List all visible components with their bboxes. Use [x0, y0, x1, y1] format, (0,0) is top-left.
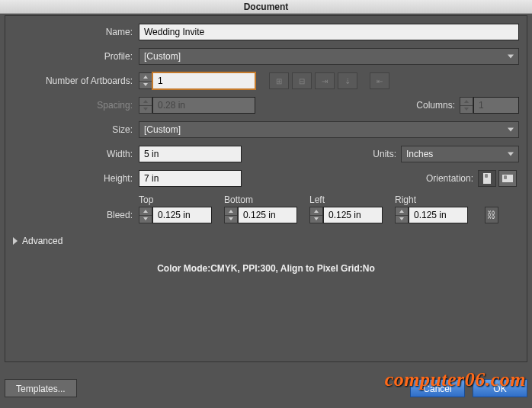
arrange-right-icon[interactable]: ⇥ — [315, 72, 335, 89]
columns-stepper — [460, 97, 473, 114]
landscape-icon — [502, 175, 513, 182]
profile-value: [Custom] — [144, 51, 181, 62]
titlebar: Document — [0, 0, 532, 14]
bleed-left-stepper[interactable] — [309, 207, 323, 223]
button-bar: Templates... Cancel OK — [5, 379, 527, 397]
bleed-left-label: Left — [309, 194, 383, 205]
profile-label: Profile: — [13, 51, 139, 62]
templates-button[interactable]: Templates... — [5, 379, 77, 397]
bleed-right-input[interactable] — [409, 207, 468, 223]
bleed-bottom-input[interactable] — [238, 207, 297, 223]
bleed-top-stepper[interactable] — [139, 207, 152, 223]
grid-by-row-icon[interactable]: ⊞ — [269, 72, 289, 89]
orientation-landscape-button[interactable] — [498, 170, 517, 187]
bleed-top-input[interactable] — [152, 207, 212, 223]
bleed-link-icon[interactable]: ⛓ — [485, 207, 498, 223]
profile-dropdown[interactable]: [Custom] — [139, 48, 519, 65]
cancel-button[interactable]: Cancel — [410, 379, 465, 397]
columns-label: Columns: — [416, 100, 455, 111]
advanced-toggle[interactable]: Advanced — [13, 236, 519, 246]
artboards-input[interactable] — [152, 72, 255, 89]
arrange-down-icon[interactable]: ⇣ — [338, 72, 357, 89]
size-value: [Custom] — [144, 124, 181, 135]
advanced-label: Advanced — [22, 236, 62, 246]
orientation-label: Orientation: — [426, 173, 473, 184]
ok-button[interactable]: OK — [473, 379, 527, 397]
new-document-dialog: Document Name: Profile: [Custom] Number … — [0, 0, 532, 408]
width-label: Width: — [13, 149, 139, 159]
name-input[interactable] — [139, 24, 519, 40]
grid-by-col-icon[interactable]: ⊟ — [292, 72, 312, 89]
orientation-portrait-button[interactable] — [478, 170, 496, 187]
spacing-label: Spacing: — [13, 100, 139, 111]
portrait-icon — [483, 173, 491, 184]
columns-input — [473, 97, 519, 114]
bleed-top-label: Top — [139, 194, 212, 205]
size-dropdown[interactable]: [Custom] — [139, 121, 519, 138]
units-value: Inches — [406, 149, 433, 159]
summary-text: Color Mode:CMYK, PPI:300, Align to Pixel… — [13, 263, 519, 274]
height-input[interactable] — [139, 170, 242, 187]
artboards-label: Number of Artboards: — [13, 75, 139, 86]
bleed-bottom-label: Bottom — [224, 194, 297, 205]
spacing-input — [152, 97, 255, 114]
spacing-stepper — [139, 97, 152, 114]
bleed-left-input[interactable] — [323, 207, 383, 223]
units-label: Units: — [373, 149, 396, 159]
size-label: Size: — [13, 124, 139, 135]
artboards-stepper[interactable] — [139, 72, 152, 89]
bleed-bottom-stepper[interactable] — [224, 207, 238, 223]
bleed-right-label: Right — [395, 194, 468, 205]
dialog-body: Name: Profile: [Custom] Number of Artboa… — [5, 15, 527, 362]
bleed-label: Bleed: — [13, 210, 139, 223]
height-label: Height: — [13, 173, 139, 184]
arrange-rtl-icon[interactable]: ⇤ — [370, 72, 389, 89]
name-label: Name: — [13, 27, 139, 37]
units-dropdown[interactable]: Inches — [401, 146, 519, 162]
bleed-right-stepper[interactable] — [395, 207, 409, 223]
width-input[interactable] — [139, 146, 242, 162]
